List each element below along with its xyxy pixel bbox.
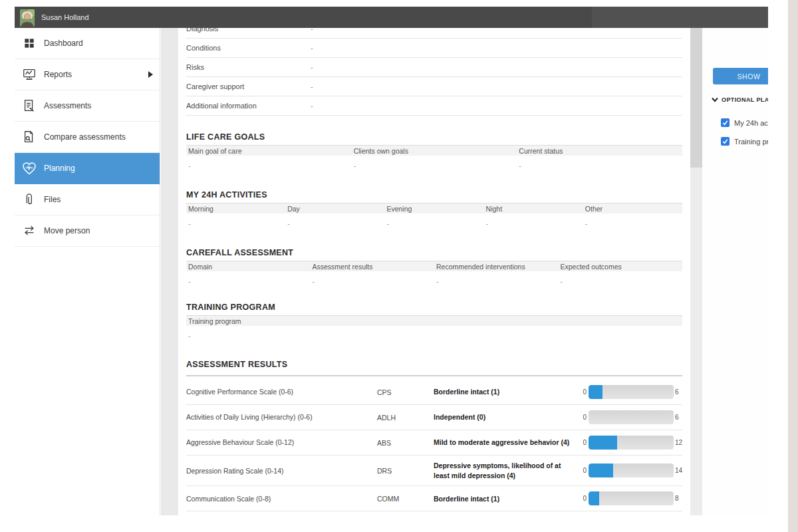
table-header-row: Training program	[186, 316, 682, 326]
bar-min-label: 0	[581, 414, 587, 421]
scale-bar: 08	[581, 491, 682, 505]
table-cell: -	[559, 277, 683, 288]
table-cell: -	[517, 162, 682, 172]
sidebar-item-planning[interactable]: Planning	[15, 153, 160, 184]
plan-section-checkbox-row[interactable]: My 24h activitie	[721, 118, 768, 127]
scale-bar: 014	[581, 464, 682, 477]
bar-max-label: 6	[675, 388, 679, 396]
column-header: Evening	[384, 205, 483, 213]
table-cell: -	[484, 219, 583, 230]
detail-value: -	[311, 44, 313, 52]
column-header: Current status	[517, 147, 682, 155]
column-header: Night	[484, 205, 583, 213]
sidebar-item-reports[interactable]: Reports	[15, 59, 160, 90]
sidebar-item-label: Reports	[44, 70, 72, 79]
assessment-results-section: ASSESSMENT RESULTS Cognitive Performance…	[186, 360, 682, 515]
table-cell: -	[186, 332, 682, 342]
table-row: -	[186, 326, 682, 342]
assessment-row: Depression Rating Scale (0-14)DRSDepress…	[186, 456, 682, 486]
scrollbar-track[interactable]	[690, 28, 702, 515]
topbar: Susan Holland	[15, 7, 768, 28]
sidebar-item-label: Assessments	[44, 101, 91, 110]
user-menu[interactable]: Susan Holland	[20, 7, 89, 28]
sidebar-item-dashboard[interactable]: Dashboard	[15, 28, 160, 59]
avatar	[20, 9, 35, 27]
bar-track	[589, 385, 674, 399]
show-button[interactable]: SHOW	[713, 68, 768, 84]
detail-label: Caregiver support	[186, 82, 311, 90]
move-person-icon	[21, 223, 37, 239]
bar-fill	[589, 464, 613, 477]
sidebar: DashboardReportsAssessmentsCompare asses…	[15, 28, 160, 515]
assessments-icon	[21, 98, 37, 114]
table-row: ---	[186, 156, 682, 172]
bar-max-label: 8	[675, 495, 679, 502]
scale-result: Independent (0)	[434, 412, 581, 422]
planning-icon	[21, 160, 37, 176]
detail-label: Additional information	[186, 102, 311, 110]
sidebar-item-label: Dashboard	[44, 39, 83, 48]
column-header: Expected outcomes	[559, 263, 683, 271]
scale-abbreviation: CPS	[377, 388, 434, 396]
detail-value: -	[311, 63, 313, 71]
assessment-row: Cognitive Performance Scale (0-6)CPSBord…	[186, 376, 682, 405]
table-cell: -	[583, 219, 682, 230]
table-cell: -	[186, 219, 285, 230]
table-header-row: MorningDayEveningNightOther	[186, 203, 682, 213]
detail-label: Diagnosis	[186, 28, 311, 33]
section-title: TRAINING PROGRAM	[186, 303, 682, 316]
plan-section-checkbox-row[interactable]: Training progra	[721, 137, 768, 146]
section-my-24h-activities: MY 24H ACTIVITIESMorningDayEveningNightO…	[186, 190, 682, 230]
scale-result: Borderline intact (1)	[434, 387, 581, 397]
sidebar-item-label: Files	[44, 195, 61, 204]
column-header: Training program	[186, 317, 682, 325]
checkbox-checked-icon[interactable]	[721, 118, 730, 127]
section-carefall-assessment: CAREFALL ASSESSMENTDomainAssessment resu…	[186, 248, 682, 288]
main-content: Diagnosis-Conditions-Risks-Caregiver sup…	[178, 28, 690, 515]
checkbox-checked-icon[interactable]	[721, 137, 730, 146]
sidebar-item-label: Planning	[44, 164, 75, 173]
scale-abbreviation: ABS	[377, 439, 434, 447]
table-cell: -	[285, 219, 384, 230]
section-title: LIFE CARE GOALS	[186, 132, 682, 146]
detail-label: Conditions	[186, 44, 311, 52]
topbar-light-segment	[592, 7, 768, 28]
table-cell: -	[352, 162, 517, 172]
column-header: Assessment results	[311, 263, 435, 271]
optional-plan-sections-header[interactable]: OPTIONAL PLAN SE	[712, 96, 768, 103]
column-header: Other	[583, 205, 682, 213]
scale-abbreviation: ADLH	[377, 414, 434, 422]
column-header: Day	[285, 205, 384, 213]
scrollbar-thumb[interactable]	[690, 28, 702, 168]
scale-result: Mild to moderate aggressive behavior (4)	[434, 438, 581, 448]
user-name: Susan Holland	[41, 13, 89, 21]
table-cell: -	[384, 219, 483, 230]
bar-min-label: 0	[581, 467, 587, 474]
sidebar-item-label: Compare assessments	[44, 132, 126, 142]
content-gap	[161, 28, 178, 515]
sidebar-item-files[interactable]: Files	[15, 184, 160, 215]
table-row: -----	[186, 213, 682, 230]
sidebar-item-compare-assessments[interactable]: Compare assessments	[15, 122, 160, 153]
scale-name: Aggressive Behaviour Scale (0-12)	[186, 438, 377, 447]
sidebar-item-assessments[interactable]: Assessments	[15, 90, 160, 122]
sidebar-item-label: Move person	[44, 226, 90, 235]
section-title: MY 24H ACTIVITIES	[186, 190, 682, 203]
scale-result: Borderline intact (1)	[434, 494, 581, 504]
dashboard-icon	[21, 35, 37, 51]
detail-value: -	[311, 102, 313, 110]
bar-max-label: 14	[675, 467, 682, 474]
column-header: Clients own goals	[352, 147, 517, 155]
background-strip	[788, 0, 798, 532]
column-header: Morning	[186, 205, 285, 213]
bar-track	[589, 491, 674, 505]
scale-abbreviation: DRS	[377, 467, 434, 475]
scale-abbreviation: COMM	[377, 495, 434, 503]
bar-track	[589, 436, 674, 450]
sidebar-item-move-person[interactable]: Move person	[15, 215, 160, 247]
scale-name: Communication Scale (0-8)	[186, 494, 377, 503]
detail-row: Additional information-	[186, 96, 682, 116]
right-panel: SHOW OPTIONAL PLAN SE My 24h activitieTr…	[702, 28, 768, 515]
detail-label: Risks	[186, 63, 311, 71]
app-window: DashboardReportsAssessmentsCompare asses…	[15, 7, 768, 515]
